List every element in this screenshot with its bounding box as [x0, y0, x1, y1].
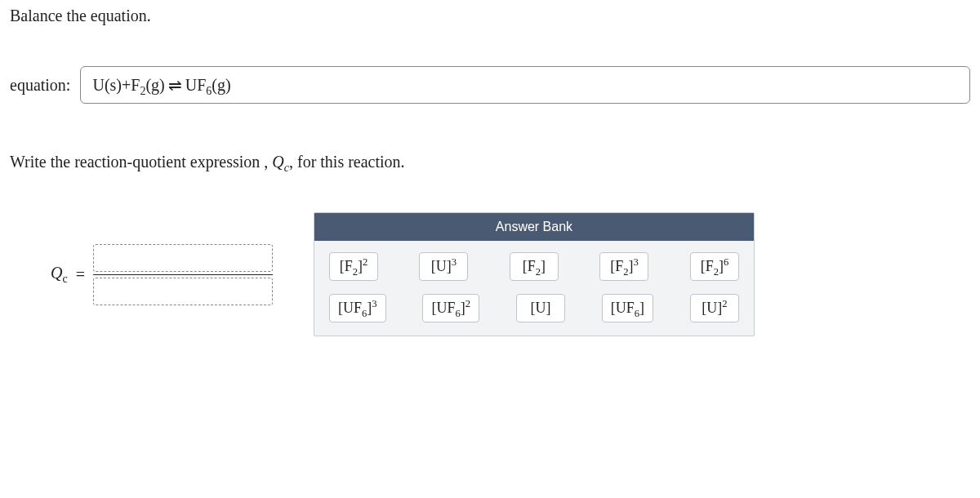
fraction-line: [93, 274, 273, 275]
answer-bank: Answer Bank [F2]2[U]3[F2][F2]3[F2]6[UF6]…: [314, 212, 755, 336]
equation-label: equation:: [10, 76, 70, 95]
answer-bank-title: Answer Bank: [314, 213, 754, 241]
eq-plus: +: [122, 76, 131, 95]
numerator-dropzone[interactable]: [93, 244, 273, 272]
instruction-qc: Write the reaction-quotient expression ,…: [10, 153, 970, 171]
qc-fraction: [93, 244, 273, 305]
equation-input[interactable]: U(s) + F2(g) ⇌ UF6(g): [80, 66, 970, 104]
eq-term-u: U(s): [92, 76, 122, 95]
answer-tile[interactable]: [U]2: [690, 294, 739, 322]
answer-tile[interactable]: [U]3: [419, 252, 468, 281]
denominator-dropzone[interactable]: [93, 278, 273, 305]
answer-tile[interactable]: [F2]: [510, 252, 559, 281]
qc-label: Qc: [51, 264, 68, 286]
qc-expression: Qc =: [51, 244, 273, 305]
eq-term-uf6: UF6(g): [185, 76, 231, 95]
bank-row: [UF6]3[UF6]2[U][UF6][U]2: [329, 294, 739, 322]
answer-tile[interactable]: [F2]3: [599, 252, 648, 281]
eq-term-f2: F2(g): [131, 76, 164, 95]
answer-tile[interactable]: [F2]2: [329, 252, 378, 281]
answer-tile[interactable]: [UF6]3: [329, 294, 386, 322]
answer-tile[interactable]: [UF6]: [602, 294, 653, 322]
answer-tile[interactable]: [F2]6: [690, 252, 739, 281]
bank-row: [F2]2[U]3[F2][F2]3[F2]6: [329, 252, 739, 281]
equals-sign: =: [76, 265, 85, 284]
equilibrium-arrow-icon: ⇌: [165, 75, 185, 95]
work-area: Qc = Answer Bank [F2]2[U]3[F2][F2]3[F2]6…: [10, 212, 970, 336]
answer-tile[interactable]: [UF6]2: [422, 294, 479, 322]
answer-bank-body: [F2]2[U]3[F2][F2]3[F2]6[UF6]3[UF6]2[U][U…: [314, 241, 754, 336]
instruction-balance: Balance the equation.: [10, 7, 970, 25]
answer-tile[interactable]: [U]: [516, 294, 565, 322]
equation-row: equation: U(s) + F2(g) ⇌ UF6(g): [10, 66, 970, 104]
